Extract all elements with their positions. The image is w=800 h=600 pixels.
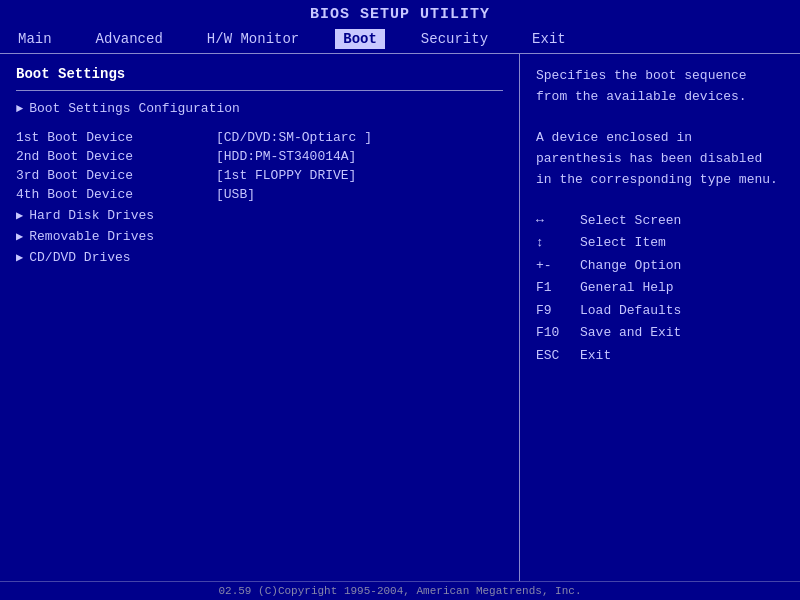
boot-entry-label-1: 1st Boot Device xyxy=(16,130,216,145)
title-bar: BIOS SETUP UTILITY xyxy=(0,0,800,27)
arrow-icon: ▶ xyxy=(16,229,23,244)
key-desc-5: Save and Exit xyxy=(580,323,681,343)
menu-item-boot[interactable]: Boot xyxy=(335,29,385,49)
boot-settings-config-label: Boot Settings Configuration xyxy=(29,101,240,116)
arrow-icon: ▶ xyxy=(16,208,23,223)
key-row-0: ↔Select Screen xyxy=(536,211,784,231)
key-row-3: F1General Help xyxy=(536,278,784,298)
key-desc-4: Load Defaults xyxy=(580,301,681,321)
key-sym-5: F10 xyxy=(536,323,580,343)
key-row-2: +-Change Option xyxy=(536,256,784,276)
sub-item-1[interactable]: ▶Removable Drives xyxy=(16,229,503,244)
key-sym-1: ↕ xyxy=(536,233,580,253)
help-line: Specifies the boot sequence from the ava… xyxy=(536,66,784,108)
sub-item-label-0: Hard Disk Drives xyxy=(29,208,154,223)
arrow-icon: ► xyxy=(16,102,23,116)
key-legend: ↔Select Screen↕Select Item+-Change Optio… xyxy=(536,211,784,366)
key-desc-6: Exit xyxy=(580,346,611,366)
sub-item-0[interactable]: ▶Hard Disk Drives xyxy=(16,208,503,223)
menu-item-h-w monitor[interactable]: H/W Monitor xyxy=(199,29,307,49)
menu-item-advanced[interactable]: Advanced xyxy=(88,29,171,49)
main-content: Boot Settings ► Boot Settings Configurat… xyxy=(0,54,800,581)
help-line: A device enclosed in parenthesis has bee… xyxy=(536,128,784,190)
boot-entry-value-4: [USB] xyxy=(216,187,255,202)
boot-entry-4[interactable]: 4th Boot Device[USB] xyxy=(16,187,503,202)
key-sym-3: F1 xyxy=(536,278,580,298)
boot-entry-2[interactable]: 2nd Boot Device[HDD:PM-ST340014A] xyxy=(16,149,503,164)
key-desc-0: Select Screen xyxy=(580,211,681,231)
key-row-4: F9Load Defaults xyxy=(536,301,784,321)
footer-text: 02.59 (C)Copyright 1995-2004, American M… xyxy=(218,585,581,597)
boot-entry-value-2: [HDD:PM-ST340014A] xyxy=(216,149,356,164)
key-desc-1: Select Item xyxy=(580,233,666,253)
bios-title: BIOS SETUP UTILITY xyxy=(310,6,490,23)
boot-entries: 1st Boot Device[CD/DVD:SM-Optiarc ]2nd B… xyxy=(16,130,503,202)
help-text: Specifies the boot sequence from the ava… xyxy=(536,66,784,191)
key-sym-4: F9 xyxy=(536,301,580,321)
sub-item-label-1: Removable Drives xyxy=(29,229,154,244)
boot-entry-value-3: [1st FLOPPY DRIVE] xyxy=(216,168,356,183)
section-title: Boot Settings xyxy=(16,66,503,82)
key-row-1: ↕Select Item xyxy=(536,233,784,253)
boot-settings-config[interactable]: ► Boot Settings Configuration xyxy=(16,101,503,116)
sub-item-label-2: CD/DVD Drives xyxy=(29,250,130,265)
sub-items: ▶Hard Disk Drives▶Removable Drives▶CD/DV… xyxy=(16,208,503,265)
menu-bar: MainAdvancedH/W MonitorBootSecurityExit xyxy=(0,27,800,54)
boot-entry-3[interactable]: 3rd Boot Device[1st FLOPPY DRIVE] xyxy=(16,168,503,183)
boot-entry-label-3: 3rd Boot Device xyxy=(16,168,216,183)
boot-entry-label-2: 2nd Boot Device xyxy=(16,149,216,164)
menu-item-security[interactable]: Security xyxy=(413,29,496,49)
bios-screen: BIOS SETUP UTILITY MainAdvancedH/W Monit… xyxy=(0,0,800,600)
boot-entry-value-1: [CD/DVD:SM-Optiarc ] xyxy=(216,130,372,145)
sub-item-2[interactable]: ▶CD/DVD Drives xyxy=(16,250,503,265)
right-panel: Specifies the boot sequence from the ava… xyxy=(520,54,800,581)
key-desc-3: General Help xyxy=(580,278,674,298)
menu-item-main[interactable]: Main xyxy=(10,29,60,49)
key-row-5: F10Save and Exit xyxy=(536,323,784,343)
footer: 02.59 (C)Copyright 1995-2004, American M… xyxy=(0,581,800,600)
arrow-icon: ▶ xyxy=(16,250,23,265)
key-sym-0: ↔ xyxy=(536,211,580,231)
key-desc-2: Change Option xyxy=(580,256,681,276)
menu-item-exit[interactable]: Exit xyxy=(524,29,574,49)
left-panel: Boot Settings ► Boot Settings Configurat… xyxy=(0,54,520,581)
key-sym-6: ESC xyxy=(536,346,580,366)
key-row-6: ESCExit xyxy=(536,346,784,366)
boot-entry-1[interactable]: 1st Boot Device[CD/DVD:SM-Optiarc ] xyxy=(16,130,503,145)
divider xyxy=(16,90,503,91)
key-sym-2: +- xyxy=(536,256,580,276)
boot-entry-label-4: 4th Boot Device xyxy=(16,187,216,202)
